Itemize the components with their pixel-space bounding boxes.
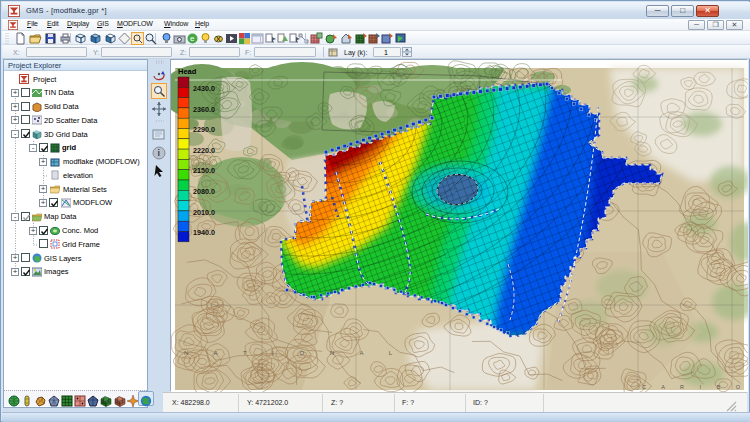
svg-text:2010.0: 2010.0	[193, 208, 215, 217]
svg-text:N A T I O N A L: N A T I O N A L	[184, 350, 404, 356]
svg-text:2360.0: 2360.0	[193, 105, 215, 114]
svg-text:C A R I B O U: C A R I B O U	[642, 384, 748, 390]
svg-text:2430.0: 2430.0	[193, 84, 215, 93]
svg-text:2150.0: 2150.0	[193, 166, 215, 175]
svg-text:1940.0: 1940.0	[193, 228, 215, 237]
svg-text:e: e	[190, 34, 195, 43]
svg-text:i: i	[158, 148, 161, 158]
svg-text:2080.0: 2080.0	[193, 187, 215, 196]
svg-text:2220.0: 2220.0	[193, 146, 215, 155]
svg-text:2290.0: 2290.0	[193, 125, 215, 134]
svg-text:Head: Head	[178, 67, 197, 76]
